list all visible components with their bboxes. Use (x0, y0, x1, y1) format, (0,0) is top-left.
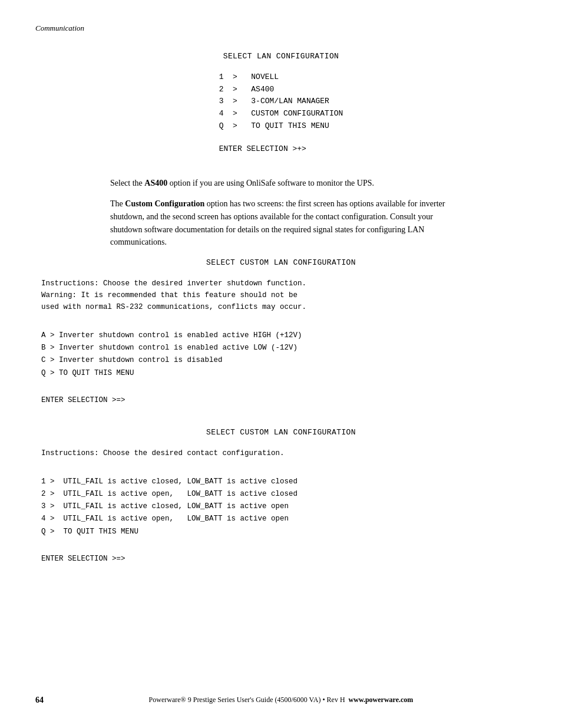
contact-item-3: 3 > UTIL_FAIL is active closed, LOW_BATT… (41, 500, 527, 513)
page-header-label: Communication (35, 24, 527, 33)
lan-menu-item-3: 3 > 3-COM/LAN MANAGER (219, 95, 343, 108)
lan-menu-item-1: 1 > NOVELL (219, 71, 343, 84)
lan-config-menu: SELECT LAN CONFIGURATION 1 > NOVELL 2 > … (35, 51, 527, 156)
page-number: 64 (35, 696, 44, 705)
custom-lan-instructions-2: Instructions: Choose the desired contact… (41, 447, 527, 459)
shutdown-enter-selection: ENTER SELECTION >=> (41, 396, 527, 404)
custom-lan-config-menu-2: SELECT CUSTOM LAN CONFIGURATION Instruct… (35, 427, 527, 563)
body-text-as400: Select the AS400 Select the AS400 option… (110, 177, 452, 190)
page-footer: 64 Powerware® 9 Prestige Series User's G… (0, 696, 562, 704)
custom-lan-instructions-1: Instructions: Choose the desired inverte… (41, 278, 527, 313)
footer-website: www.powerware.com (349, 696, 414, 704)
lan-menu-item-4: 4 > CUSTOM CONFIGURATION (219, 108, 343, 120)
shutdown-item-q: Q > TO QUIT THIS MENU (41, 367, 527, 380)
lan-menu-item-q: Q > TO QUIT THIS MENU (219, 120, 343, 133)
contact-item-q: Q > TO QUIT THIS MENU (41, 526, 527, 538)
footer-text: Powerware® 9 Prestige Series User's Guid… (149, 696, 414, 704)
shutdown-menu-items: A > Inverter shutdown control is enabled… (41, 330, 527, 380)
instruction-line-3: used with normal RS-232 communications, … (41, 301, 527, 313)
shutdown-item-a: A > Inverter shutdown control is enabled… (41, 330, 527, 342)
lan-menu-enter-selection: ENTER SELECTION >+> (219, 143, 343, 156)
shutdown-item-c: C > Inverter shutdown control is disable… (41, 354, 527, 367)
as400-bold: AS400 (144, 179, 167, 187)
lan-config-title: SELECT LAN CONFIGURATION (35, 51, 527, 63)
footer-description: Powerware® 9 Prestige Series User's Guid… (149, 696, 345, 704)
custom-lan-config-menu-1: SELECT CUSTOM LAN CONFIGURATION Instruct… (35, 257, 527, 404)
lan-menu-item-2: 2 > AS400 (219, 84, 343, 96)
custom-lan-config-title-1: SELECT CUSTOM LAN CONFIGURATION (35, 257, 527, 269)
contact-item-4: 4 > UTIL_FAIL is active open, LOW_BATT i… (41, 513, 527, 525)
contact-enter-selection: ENTER SELECTION >=> (41, 555, 527, 563)
instruction-line-1: Instructions: Choose the desired inverte… (41, 278, 527, 289)
instruction-line-2: Warning: It is recommended that this fea… (41, 289, 527, 301)
contact-item-1: 1 > UTIL_FAIL is active closed, LOW_BATT… (41, 476, 527, 488)
contact-item-2: 2 > UTIL_FAIL is active open, LOW_BATT i… (41, 488, 527, 500)
contact-instruction-line-1: Instructions: Choose the desired contact… (41, 447, 527, 459)
contact-menu-items: 1 > UTIL_FAIL is active closed, LOW_BATT… (41, 476, 527, 538)
body-text-custom-config: The Custom Configuration option has two … (110, 197, 452, 249)
custom-lan-config-title-2: SELECT CUSTOM LAN CONFIGURATION (35, 427, 527, 439)
custom-config-bold: Custom Configuration (125, 199, 204, 208)
shutdown-item-b: B > Inverter shutdown control is enabled… (41, 342, 527, 354)
